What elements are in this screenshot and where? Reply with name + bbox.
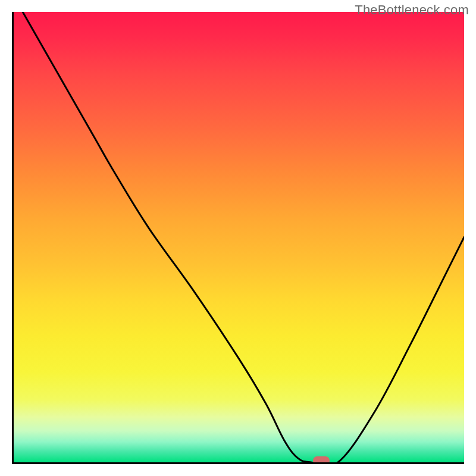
watermark-text: TheBottleneck.com (355, 2, 469, 18)
optimal-point-marker (313, 456, 330, 464)
plot-area (12, 12, 464, 464)
bottleneck-curve (14, 12, 464, 462)
chart-frame: TheBottleneck.com (0, 0, 476, 476)
